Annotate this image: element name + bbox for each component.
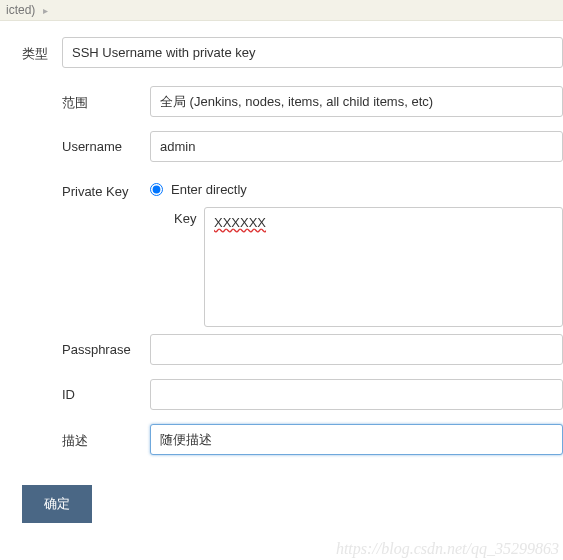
credential-form: 类型 SSH Username with private key 范围 全局 (… (0, 21, 563, 523)
description-label: 描述 (62, 424, 150, 450)
key-label: Key (150, 207, 204, 226)
watermark: https://blog.csdn.net/qq_35299863 (336, 540, 559, 558)
type-label: 类型 (0, 37, 62, 63)
private-key-label: Private Key (62, 176, 150, 199)
enter-directly-label: Enter directly (171, 182, 247, 197)
passphrase-label: Passphrase (62, 334, 150, 357)
chevron-right-icon: ▸ (43, 5, 48, 16)
key-textarea[interactable] (204, 207, 563, 327)
submit-button[interactable]: 确定 (22, 485, 92, 523)
scope-label: 范围 (62, 86, 150, 112)
enter-directly-radio[interactable] (150, 183, 163, 196)
description-field[interactable] (150, 424, 563, 455)
passphrase-field[interactable] (150, 334, 563, 365)
id-label: ID (62, 379, 150, 402)
type-select[interactable]: SSH Username with private key (62, 37, 563, 68)
breadcrumb-text: icted) (6, 3, 35, 17)
username-field[interactable] (150, 131, 563, 162)
id-field[interactable] (150, 379, 563, 410)
scope-select[interactable]: 全局 (Jenkins, nodes, items, all child ite… (150, 86, 563, 117)
breadcrumb: icted) ▸ (0, 0, 563, 21)
username-label: Username (62, 131, 150, 154)
